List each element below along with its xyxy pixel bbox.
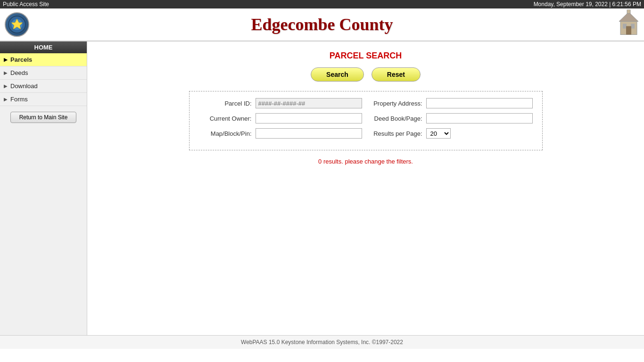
footer-text: WebPAAS 15.0 Keystone Information System… bbox=[241, 339, 403, 346]
property-address-label: Property Address: bbox=[370, 100, 426, 107]
main-content: PARCEL SEARCH Search Reset Parcel ID: Pr… bbox=[87, 41, 644, 335]
svg-rect-6 bbox=[626, 26, 631, 35]
arrow-icon-parcels: ▶ bbox=[4, 57, 8, 62]
layout: HOME ▶ Parcels ▶ Deeds ▶ Download ▶ Form… bbox=[0, 41, 644, 335]
map-block-pin-input[interactable] bbox=[256, 128, 362, 139]
search-form: Parcel ID: Property Address: Current Own… bbox=[189, 91, 543, 150]
sidebar-label-parcels: Parcels bbox=[10, 56, 32, 63]
reset-button[interactable]: Reset bbox=[372, 67, 421, 82]
results-message: 0 results. please change the filters. bbox=[106, 158, 625, 165]
svg-rect-8 bbox=[627, 10, 630, 14]
top-bar: Public Access Site Monday, September 19,… bbox=[0, 0, 644, 8]
parcel-id-label: Parcel ID: bbox=[199, 100, 256, 107]
sidebar-item-deeds[interactable]: ▶ Deeds bbox=[0, 66, 87, 80]
current-owner-field: Current Owner: bbox=[199, 113, 362, 123]
property-address-input[interactable] bbox=[426, 98, 533, 108]
sidebar-item-parcels[interactable]: ▶ Parcels bbox=[0, 53, 87, 66]
arrow-icon-forms: ▶ bbox=[4, 97, 8, 102]
svg-rect-5 bbox=[631, 24, 635, 29]
footer: WebPAAS 15.0 Keystone Information System… bbox=[0, 335, 644, 349]
parcel-id-input[interactable] bbox=[256, 98, 362, 108]
search-button[interactable]: Search bbox=[311, 67, 364, 82]
results-per-page-label: Results per Page: bbox=[370, 130, 426, 137]
current-owner-label: Current Owner: bbox=[199, 115, 256, 122]
map-block-pin-field: Map/Block/Pin: bbox=[199, 128, 362, 139]
deed-book-page-input[interactable] bbox=[426, 113, 533, 123]
header-logo bbox=[5, 12, 29, 37]
sidebar-item-download[interactable]: ▶ Download bbox=[0, 80, 87, 93]
property-address-field: Property Address: bbox=[370, 98, 533, 108]
public-access-label: Public Access Site bbox=[3, 1, 49, 8]
sidebar-item-forms[interactable]: ▶ Forms bbox=[0, 93, 87, 106]
parcel-id-field: Parcel ID: bbox=[199, 98, 362, 108]
sidebar-label-download: Download bbox=[10, 82, 38, 90]
arrow-icon-download: ▶ bbox=[4, 83, 8, 89]
datetime-label: Monday, September 19, 2022 | 6:21:56 PM bbox=[534, 1, 641, 8]
deed-book-page-label: Deed Book/Page: bbox=[370, 115, 426, 122]
sidebar-home: HOME bbox=[0, 41, 87, 53]
parcel-search-title: PARCEL SEARCH bbox=[106, 51, 625, 61]
sidebar: HOME ▶ Parcels ▶ Deeds ▶ Download ▶ Form… bbox=[0, 41, 87, 335]
form-row-3: Map/Block/Pin: Results per Page: 20 50 1… bbox=[199, 128, 533, 139]
arrow-icon-deeds: ▶ bbox=[4, 70, 8, 75]
return-main-site-button[interactable]: Return to Main Site bbox=[10, 112, 76, 123]
map-block-pin-label: Map/Block/Pin: bbox=[199, 130, 256, 137]
logo-icon bbox=[5, 12, 29, 37]
results-per-page-field: Results per Page: 20 50 100 bbox=[370, 128, 533, 139]
results-per-page-select[interactable]: 20 50 100 bbox=[426, 128, 451, 139]
form-row-2: Current Owner: Deed Book/Page: bbox=[199, 113, 533, 123]
svg-rect-4 bbox=[623, 24, 627, 29]
sidebar-label-forms: Forms bbox=[10, 96, 28, 103]
sidebar-label-deeds: Deeds bbox=[10, 69, 28, 76]
header: Edgecombe County bbox=[0, 8, 644, 41]
site-title: Edgecombe County bbox=[251, 15, 393, 34]
building-icon bbox=[618, 10, 639, 40]
current-owner-input[interactable] bbox=[256, 113, 362, 123]
deed-book-page-field: Deed Book/Page: bbox=[370, 113, 533, 123]
search-buttons: Search Reset bbox=[106, 67, 625, 82]
form-row-1: Parcel ID: Property Address: bbox=[199, 98, 533, 108]
